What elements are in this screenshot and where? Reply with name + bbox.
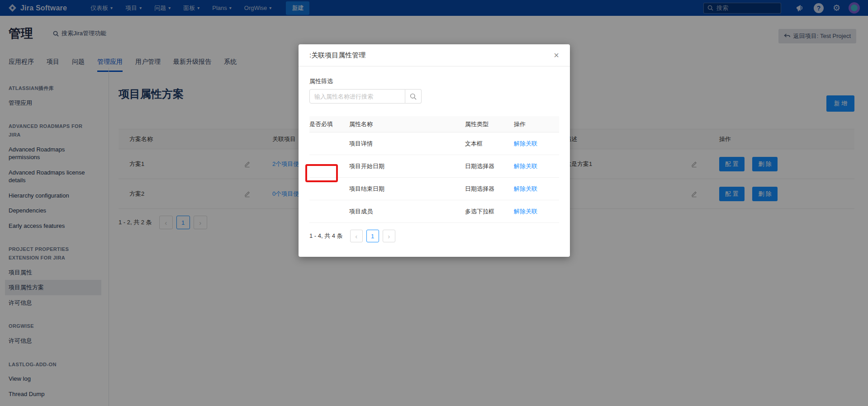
property-type: 文本框	[465, 140, 514, 148]
pagination-summary: 1 - 4, 共 4 条	[309, 232, 343, 240]
unlink-link[interactable]: 解除关联	[514, 163, 537, 170]
property-row-3: 项目结束日期 日期选择器 解除关联	[309, 178, 559, 200]
unlink-link[interactable]: 解除关联	[514, 140, 537, 147]
property-table: 是否必填 属性名称 属性类型 操作 项目详情 文本框 解除关联 项目开始日期	[309, 116, 559, 223]
property-row-2: 项目开始日期 日期选择器 解除关联	[309, 155, 559, 178]
property-type: 日期选择器	[465, 162, 514, 170]
property-type: 日期选择器	[465, 185, 514, 193]
col-property-type: 属性类型	[465, 120, 514, 128]
property-row-1: 项目详情 文本框 解除关联	[309, 132, 559, 155]
col-required: 是否必填	[309, 120, 349, 128]
property-name: 项目开始日期	[349, 162, 465, 170]
close-icon[interactable]	[554, 51, 559, 60]
property-search-input[interactable]	[309, 89, 405, 104]
modal-pagination: 1 - 4, 共 4 条 1	[309, 230, 559, 242]
prev-page-button[interactable]	[350, 230, 363, 242]
property-name: 项目成员	[349, 208, 465, 216]
link-properties-modal: :关联项目属性管理 属性筛选 是否必填 属性名称 属性类型 操作 项目详情 文本…	[299, 44, 570, 257]
property-name: 项目详情	[349, 140, 465, 148]
col-operation: 操作	[514, 120, 559, 128]
unlink-link[interactable]: 解除关联	[514, 185, 537, 192]
property-type: 多选下拉框	[465, 208, 514, 216]
modal-title: :关联项目属性管理	[309, 51, 365, 60]
modal-header: :关联项目属性管理	[299, 44, 570, 66]
page-number-button[interactable]: 1	[366, 230, 379, 242]
search-button[interactable]	[405, 89, 422, 104]
col-property-name: 属性名称	[349, 120, 465, 128]
filter-label: 属性筛选	[309, 77, 559, 85]
property-row-4: 项目成员 多选下拉框 解除关联	[309, 200, 559, 223]
property-name: 项目结束日期	[349, 185, 465, 193]
next-page-button[interactable]	[383, 230, 395, 242]
unlink-link[interactable]: 解除关联	[514, 208, 537, 215]
property-table-header: 是否必填 属性名称 属性类型 操作	[309, 116, 559, 132]
